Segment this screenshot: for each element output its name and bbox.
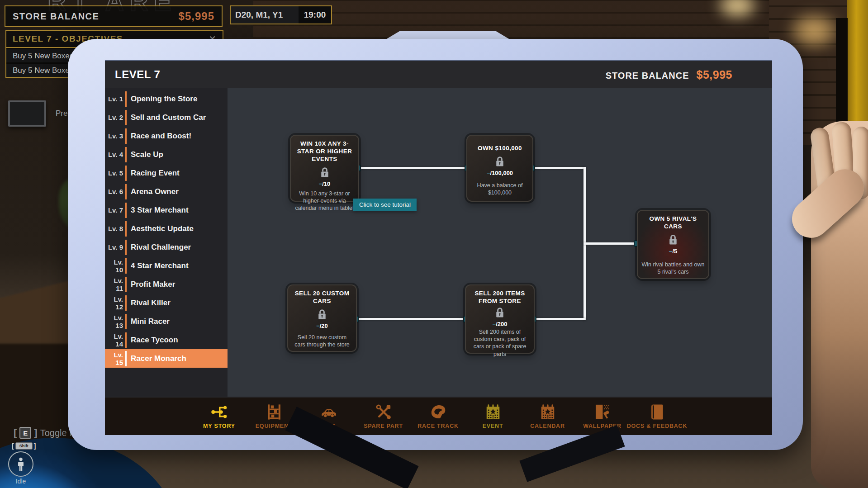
divider: [125, 351, 127, 366]
divider: [125, 277, 127, 292]
quest-node-sell-custom-cars[interactable]: SELL 20 CUSTOM CARS −/20 Sell 20 new cus…: [287, 284, 357, 352]
divider: [125, 314, 127, 329]
sidebar-item-lv12[interactable]: Lv. 12Rival Killer: [105, 294, 228, 312]
sidebar-item-lv6[interactable]: Lv. 6Arena Owner: [105, 182, 228, 201]
sidebar-item-lv7[interactable]: Lv. 73 Star Merchant: [105, 201, 228, 219]
divider: [125, 240, 127, 255]
idle-status-label: Idle: [10, 478, 32, 485]
tutorial-tooltip[interactable]: Click to see tutorial: [353, 199, 417, 211]
divider: [125, 184, 127, 199]
connector-line: [535, 318, 585, 320]
nav-tab-docs-feedback[interactable]: DOCS & FEEDBACK: [630, 398, 684, 435]
level-list: Lv. 1Opening the Store Lv. 2Sell and Cus…: [105, 88, 228, 397]
nav-tab-calendar[interactable]: CALENDAR: [520, 398, 575, 435]
sidebar-item-lv14[interactable]: Lv. 14Race Tycoon: [105, 331, 228, 349]
divider: [125, 128, 127, 144]
nav-tab-event[interactable]: EVENT: [465, 398, 520, 435]
wrench-piston-icon: [375, 403, 392, 421]
bracket: [: [14, 427, 17, 439]
bracket: [: [12, 442, 14, 450]
lock-icon: [315, 308, 329, 322]
lock-icon: [318, 166, 332, 180]
quest-tree: WIN 10X ANY 3-STAR OR HIGHER EVENTS −/10…: [228, 88, 772, 397]
hud-balance-label: STORE BALANCE: [13, 11, 99, 22]
sidebar-item-lv15-selected[interactable]: Lv. 15Racer Monarch: [105, 349, 228, 368]
sidebar-item-lv4[interactable]: Lv. 4Scale Up: [105, 145, 228, 164]
connector-line: [359, 167, 466, 169]
hud-time: 19:00: [299, 6, 331, 24]
game-screen: RT ARE Press STORE BALANCE $5,995 D20, M…: [0, 0, 868, 488]
divider: [125, 221, 127, 237]
tablet-navbar: MY STORY EQUIPMENT CAR: [105, 398, 772, 435]
quest-node-own-100000[interactable]: OWN $100,000 −/100,000 Have a balance of…: [466, 135, 533, 202]
book-icon: [649, 403, 666, 421]
sidebar-item-lv1[interactable]: Lv. 1Opening the Store: [105, 90, 228, 108]
sidebar-item-lv3[interactable]: Lv. 3Race and Boost!: [105, 127, 228, 145]
lock-icon: [493, 306, 507, 320]
tablet-screen: LEVEL 7 STORE BALANCE $5,995 Lv. 1Openin…: [105, 60, 772, 435]
sidebar-item-lv10[interactable]: Lv. 104 Star Merchant: [105, 256, 228, 275]
shift-key-hint: [ Shift ]: [12, 442, 36, 450]
calendar-icon: [539, 403, 556, 421]
divider: [125, 332, 127, 348]
quest-node-own-rival-cars[interactable]: OWN 5 RIVAL'S CARS −/5 Win rival battles…: [637, 210, 709, 279]
nav-tab-wallpaper[interactable]: WALLPAPER: [575, 398, 630, 435]
person-icon: [13, 456, 28, 472]
page-title: LEVEL 7: [115, 68, 160, 81]
divider: [125, 147, 127, 162]
hud-date-time: D20, M1, Y1 19:00: [230, 5, 332, 24]
story-tree-icon: [211, 403, 228, 421]
hud-date: D20, M1, Y1: [231, 6, 299, 24]
quest-node-win-events[interactable]: WIN 10X ANY 3-STAR OR HIGHER EVENTS −/10…: [290, 135, 359, 202]
tv-monitor: [8, 100, 46, 127]
sidebar-item-lv5[interactable]: Lv. 5Racing Event: [105, 164, 228, 182]
nav-tab-spare-part[interactable]: SPARE PART: [356, 398, 411, 435]
paint-roller-icon: [594, 403, 611, 421]
nav-tab-race-track[interactable]: RACE TRACK: [411, 398, 465, 435]
key-e-badge: E: [19, 427, 31, 439]
sidebar-item-lv2[interactable]: Lv. 2Sell and Custom Car: [105, 108, 228, 127]
lock-icon: [493, 155, 507, 169]
sidebar-item-lv9[interactable]: Lv. 9Rival Challenger: [105, 238, 228, 256]
sidebar-item-lv8[interactable]: Lv. 8Aesthetic Update: [105, 219, 228, 238]
divider: [125, 258, 127, 274]
car-icon: [320, 403, 337, 421]
key-shift-badge: Shift: [15, 442, 33, 450]
connector-line: [357, 318, 465, 320]
bracket: ]: [34, 427, 37, 439]
lock-icon: [666, 233, 680, 247]
divider: [125, 110, 127, 125]
divider: [125, 166, 127, 181]
shelf-icon: [266, 403, 283, 421]
sidebar-item-lv11[interactable]: Lv. 11Profit Maker: [105, 275, 228, 294]
divider: [125, 91, 127, 107]
tablet-balance-label: STORE BALANCE: [606, 71, 689, 81]
bracket: ]: [34, 442, 36, 450]
sidebar-item-lv13[interactable]: Lv. 13Mini Racer: [105, 312, 228, 331]
tablet-header: LEVEL 7 STORE BALANCE $5,995: [105, 61, 772, 88]
quest-node-sell-items[interactable]: SELL 200 ITEMS FROM STORE −/200 Sell 200…: [465, 284, 535, 354]
player-avatar: [8, 451, 33, 477]
tablet-balance-value: $5,995: [697, 68, 732, 81]
tablet-store-balance: STORE BALANCE $5,995: [606, 68, 732, 81]
connector-line: [533, 167, 585, 169]
hud-balance-value: $5,995: [179, 10, 214, 23]
divider: [125, 203, 127, 218]
connector-line: [583, 242, 637, 245]
event-calendar-icon: [484, 403, 502, 421]
hud-store-balance: STORE BALANCE $5,995: [5, 5, 223, 27]
nav-tab-my-story[interactable]: MY STORY: [192, 398, 247, 435]
divider: [125, 295, 127, 311]
ceiling-light-glow: [789, 13, 839, 49]
race-track-icon: [430, 403, 447, 421]
